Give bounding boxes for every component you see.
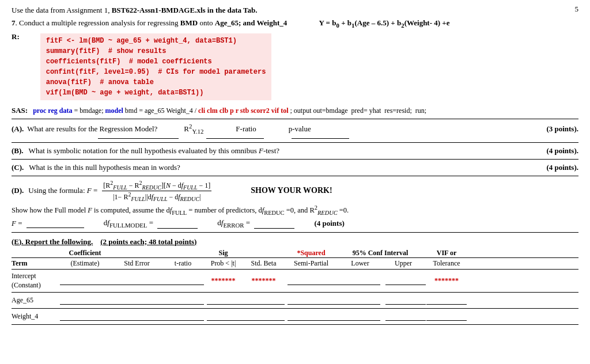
part-d-answer-row: F = dfFULLMODEL = dfERROR = (4 points) — [12, 218, 578, 229]
dferror-label: dfERROR = — [217, 218, 297, 229]
col-header-squared: *Squared — [285, 249, 337, 257]
col-header-vif: VIF or — [423, 249, 470, 257]
part-a-points: (3 points). — [546, 124, 578, 134]
cell-sig-intercept: ******* — [205, 276, 242, 285]
part-e-header: (E). Report the following. (2 points eac… — [12, 237, 578, 247]
sas-line: SAS: proc reg data = bmdage; model bmd =… — [12, 106, 578, 115]
part-a-fratio-label: F-ratio — [236, 124, 256, 134]
part-a-text: What are results for the Regression Mode… — [27, 124, 157, 134]
divider-2 — [12, 142, 578, 143]
col-header-tolerance: Tolerance — [423, 259, 470, 268]
part-d-label: (D). — [12, 186, 24, 195]
part-a-pvalue-label: p-value — [289, 124, 311, 134]
cell-term-weight4: Weight_4 — [12, 312, 58, 321]
part-e-points: (2 points each; 48 total points) — [100, 237, 196, 246]
part-a-answer-lines — [29, 138, 578, 139]
results-table: Coefficient Sig *Squared 95% Conf Interv… — [12, 249, 578, 325]
show-work-label: SHOW YOUR WORK! — [251, 186, 332, 195]
col-header-semipartial: Semi-Partial — [285, 259, 337, 268]
dffullmodel-label: dfFULLMODEL = — [104, 218, 201, 229]
part-b-row: (B). What is symbolic notation for the n… — [12, 146, 578, 156]
col-header-stderr: Std Error — [112, 259, 161, 268]
intro-text: Use the data from Assignment 1, BST622-A… — [12, 6, 578, 15]
table-row-weight4: Weight_4 — [12, 309, 578, 325]
part-b-points: (4 points). — [546, 146, 578, 156]
part-e-label: (E). Report the following. — [12, 237, 93, 246]
cell-stdbeta-intercept: ******* — [242, 276, 285, 285]
part-d-text: Using the formula: F = — [28, 186, 97, 195]
col-header-term: Term — [12, 259, 58, 268]
col-header-estimate: (Estimate) — [58, 259, 112, 268]
f-equals-label: F = — [12, 219, 86, 228]
col-header-prob: Prob < |t| — [205, 259, 242, 268]
divider-4 — [12, 176, 578, 176]
part-a-r2: R2Y.12 — [184, 123, 203, 135]
part-a-row: (A). What are results for the Regression… — [12, 123, 578, 135]
col-header-upper: Upper — [383, 259, 423, 268]
table-row-intercept: Intercept(Constant) ******* ******* ****… — [12, 270, 578, 293]
part-b-label: (B). — [12, 146, 24, 156]
part-d-points: (4 points) — [314, 219, 344, 228]
divider-1 — [12, 119, 578, 119]
formula-fraction: [R2FULL − R2REDUC][N − dfFULL − 1] |1− R… — [102, 180, 211, 203]
part-b-text: What is symbolic notation for the null h… — [27, 146, 279, 156]
part-d-compute-text: Show how the Full model F is computed, a… — [12, 204, 578, 216]
col-header-stdbeta: Std. Beta — [242, 259, 285, 268]
part-c-row: (C). What is the in this null hypothesis… — [12, 163, 578, 172]
cell-term-intercept: Intercept(Constant) — [12, 271, 58, 291]
r-label: R: — [12, 32, 20, 103]
col-header-coefficient: Coefficient — [58, 249, 112, 257]
col-header-conf-interval: 95% Conf Interval — [337, 249, 423, 257]
cell-vif-intercept: ******* — [423, 276, 470, 285]
col-header-tratio: t-ratio — [161, 259, 205, 268]
part-c-label: (C). — [12, 163, 24, 172]
table-row-age65: Age_65 — [12, 293, 578, 309]
divider-5 — [12, 232, 578, 233]
divider-3 — [12, 159, 578, 160]
col-header-lower: Lower — [337, 259, 383, 268]
cell-term-age65: Age_65 — [12, 296, 58, 305]
part-c-points: (4 points). — [546, 163, 578, 172]
col-header-sig: Sig — [205, 249, 242, 257]
question-7-header: 7. Conduct a multiple regression analysi… — [12, 18, 578, 29]
part-c-text: What is the in this null hypothesis mean… — [27, 163, 180, 172]
part-a-label: (A). — [12, 124, 24, 134]
page-number: 5 — [575, 5, 579, 14]
part-d-section: (D). Using the formula: F = [R2FULL − R2… — [12, 180, 578, 229]
r-code-block: fitF <- lm(BMD ~ age_65 + weight_4, data… — [40, 33, 272, 100]
